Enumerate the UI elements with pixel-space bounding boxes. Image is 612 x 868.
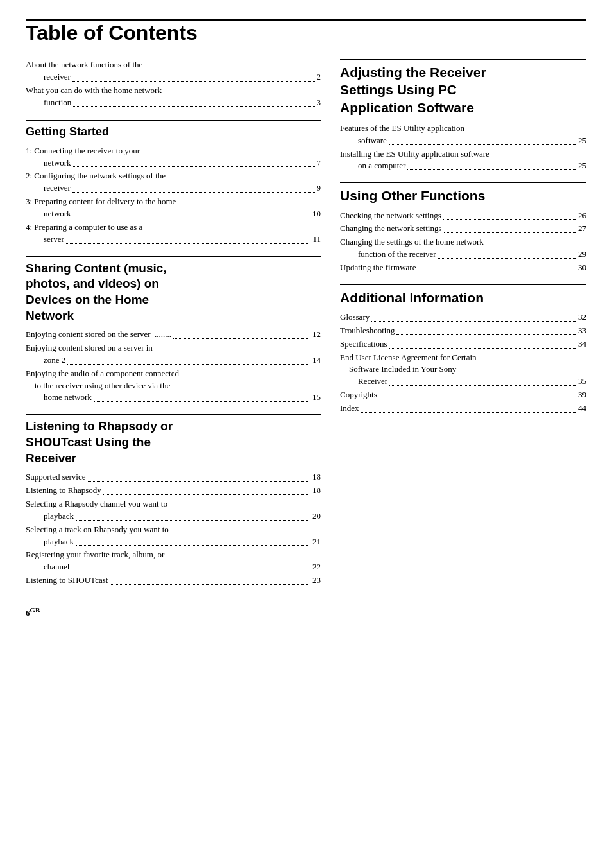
toc-entry-troubleshooting: Troubleshooting 33 — [340, 325, 586, 337]
toc-entry-specifications: Specifications 34 — [340, 338, 586, 351]
toc-entry-install-es: Installing the ES Utility application so… — [340, 148, 586, 173]
page-superscript: GB — [30, 606, 40, 614]
dots — [173, 329, 310, 339]
dots — [418, 262, 576, 272]
toc-entry-features-es: Features of the ES Utility application s… — [340, 123, 586, 147]
toc-entry-check-network: Checking the network settings 26 — [340, 210, 586, 222]
dots — [361, 403, 576, 413]
entry-text: What you can do with the home network — [26, 85, 162, 95]
dots — [88, 471, 310, 482]
toc-entry-select-channel: Selecting a Rhapsody channel you want to… — [26, 498, 321, 523]
entry-page: 2 — [317, 71, 321, 83]
toc-entry-enjoy-zone2: Enjoying content stored on a server in z… — [26, 342, 321, 367]
dots — [67, 354, 310, 365]
dots — [389, 338, 576, 349]
section-title-rhapsody: Listening to Rhapsody orSHOUTcast Using … — [26, 419, 321, 466]
page-title: Table of Contents — [26, 21, 586, 48]
dots — [76, 510, 310, 521]
dots — [443, 210, 576, 220]
section-rule-getting-started — [26, 120, 321, 121]
dots — [371, 311, 576, 322]
page-footer: 6GB — [26, 606, 321, 618]
dots — [110, 575, 310, 585]
dots — [389, 135, 576, 145]
dots — [73, 157, 315, 168]
section-rule-sharing — [26, 256, 321, 257]
toc-entry-listen-rhapsody: Listening to Rhapsody 18 — [26, 485, 321, 497]
toc-entry-prepare-computer: 4: Preparing a computer to use as a serv… — [26, 221, 321, 246]
entry-text: About the network functions of the — [26, 60, 142, 69]
toc-entry-glossary: Glossary 32 — [340, 311, 586, 324]
toc-entry-shoutcast: Listening to SHOUTcast 23 — [26, 575, 321, 587]
section-title-getting-started: Getting Started — [26, 125, 321, 139]
dots — [76, 536, 310, 546]
toc-entry-change-home-settings: Changing the settings of the home networ… — [340, 236, 586, 261]
left-column: About the network functions of the recei… — [26, 59, 321, 618]
dots — [66, 234, 311, 244]
toc-entry-change-network: Changing the network settings 27 — [340, 223, 586, 235]
dots — [396, 325, 576, 335]
section-rule-additional — [340, 284, 586, 285]
dots — [379, 389, 576, 399]
section-title-additional: Additional Information — [340, 289, 586, 306]
dots — [71, 561, 310, 571]
entry-indent-text: receiver — [44, 71, 71, 83]
dots — [407, 160, 576, 170]
toc-entry-enjoy-audio: Enjoying the audio of a component connec… — [26, 368, 321, 404]
intro-entries: About the network functions of the recei… — [26, 59, 321, 108]
dots — [94, 392, 310, 402]
section-rule-adjusting — [340, 59, 586, 60]
section-title-adjusting: Adjusting the ReceiverSettings Using PCA… — [340, 64, 586, 116]
toc-entry-enjoy-server: Enjoying content stored on the server ..… — [26, 329, 321, 341]
dots — [389, 376, 576, 386]
section-title-sharing: Sharing Content (music,photos, and video… — [26, 261, 321, 324]
dots — [73, 208, 310, 218]
toc-entry-register-favorite: Registering your favorite track, album, … — [26, 549, 321, 573]
toc-entry-eula: End User License Agreement for Certain S… — [340, 352, 586, 388]
right-column: Adjusting the ReceiverSettings Using PCA… — [340, 59, 586, 618]
toc-entry-index: Index 44 — [340, 403, 586, 415]
entry-indent-text: function — [44, 97, 71, 109]
dots — [444, 223, 576, 233]
toc-entry-supported-service: Supported service 18 — [26, 471, 321, 483]
entry-page: 3 — [317, 97, 321, 109]
section-rule-rhapsody — [26, 414, 321, 415]
toc-entry-prepare-content: 3: Preparing content for delivery to the… — [26, 196, 321, 220]
dots — [72, 182, 315, 193]
dots — [438, 248, 576, 259]
toc-entry-home-network-func: What you can do with the home network fu… — [26, 85, 321, 109]
toc-entry-about-network: About the network functions of the recei… — [26, 59, 321, 83]
toc-entry-connect-receiver: 1: Connecting the receiver to your netwo… — [26, 145, 321, 169]
toc-entry-firmware: Updating the firmware 30 — [340, 262, 586, 274]
dots — [103, 485, 310, 495]
toc-entry-config-network: 2: Configuring the network settings of t… — [26, 170, 321, 195]
toc-entry-copyrights: Copyrights 39 — [340, 389, 586, 401]
dots — [73, 97, 314, 107]
dots — [72, 71, 315, 82]
section-rule-other-functions — [340, 182, 586, 183]
toc-entry-select-track: Selecting a track on Rhapsody you want t… — [26, 524, 321, 548]
section-title-other-functions: Using Other Functions — [340, 187, 586, 204]
